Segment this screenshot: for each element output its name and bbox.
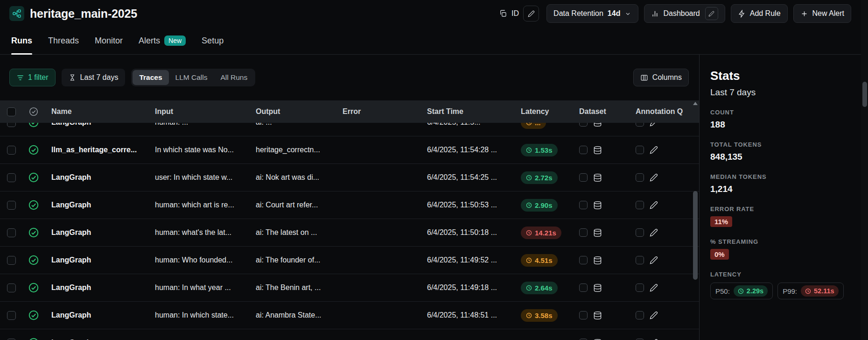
row-checkbox[interactable] [7,173,16,182]
database-icon[interactable] [593,146,602,155]
columns-button[interactable]: Columns [633,69,689,86]
median-tokens-label: MEDIAN TOKENS [710,173,859,180]
annotation-checkbox[interactable] [636,228,644,237]
edit-dashboard-button[interactable] [705,7,718,20]
database-icon[interactable] [593,256,602,265]
dataset-checkbox[interactable] [579,123,588,127]
pencil-icon[interactable] [650,283,658,292]
annotation-checkbox[interactable] [636,201,644,209]
col-header-output[interactable]: Output [249,107,336,116]
pencil-icon[interactable] [650,173,658,182]
tab-threads[interactable]: Threads [48,27,79,54]
filter-button[interactable]: 1 filter [9,69,56,86]
row-checkbox[interactable] [7,339,16,340]
pencil-icon[interactable] [650,201,658,209]
table-row[interactable]: LangGraph [0,329,699,340]
annotation-checkbox[interactable] [636,146,644,154]
row-checkbox[interactable] [7,283,16,292]
tab-setup[interactable]: Setup [202,27,224,54]
window-scrollbar-thumb[interactable] [862,82,867,107]
dataset-checkbox[interactable] [579,201,588,209]
tab-alerts[interactable]: Alerts New [139,27,186,54]
pencil-icon[interactable] [650,256,658,264]
row-checkbox[interactable] [7,123,16,127]
segment-all-runs[interactable]: All Runs [214,70,254,85]
database-icon[interactable] [593,228,602,237]
segment-llm-calls[interactable]: LLM Calls [169,70,214,85]
latency-value: 1.53s [535,146,553,154]
row-checkbox[interactable] [7,256,16,265]
row-checkbox[interactable] [7,311,16,320]
database-icon[interactable] [593,311,602,320]
annotation-checkbox[interactable] [636,256,644,264]
row-name[interactable]: LangGraph [45,123,148,127]
latency-badge: 3.58s [521,309,558,322]
database-icon[interactable] [593,173,602,182]
row-name[interactable]: llm_as_heritage_corre... [45,146,148,154]
row-output: ai: The founder of... [249,256,336,264]
pencil-icon[interactable] [650,311,658,319]
row-name[interactable]: LangGraph [45,311,148,319]
table-row[interactable]: LangGraph user: In which state w... ai: … [0,164,699,191]
time-range-button[interactable]: Last 7 days [62,69,126,86]
annotation-checkbox[interactable] [636,173,644,182]
database-icon[interactable] [593,283,602,292]
annotation-checkbox[interactable] [636,123,644,127]
row-checkbox[interactable] [7,201,16,210]
dataset-checkbox[interactable] [579,146,588,154]
dataset-checkbox[interactable] [579,256,588,264]
col-header-start-time[interactable]: Start Time [420,107,514,116]
col-header-input[interactable]: Input [148,107,249,116]
data-retention-button[interactable]: Data Retention 14d [546,4,638,23]
col-header-dataset[interactable]: Dataset [573,107,629,116]
p99-latency: P99: 52.11s [777,283,843,299]
pencil-icon[interactable] [650,123,658,127]
annotation-checkbox[interactable] [636,311,644,319]
row-checkbox[interactable] [7,228,16,237]
table-row[interactable]: LangGraph human: In which state... ai: A… [0,302,699,329]
table-row[interactable]: LangGraph human: Who founded... ai: The … [0,247,699,274]
database-icon[interactable] [593,201,602,210]
pencil-icon[interactable] [650,146,658,154]
database-icon[interactable] [593,339,602,340]
row-name[interactable]: LangGraph [45,228,148,237]
row-name[interactable]: LangGraph [45,201,148,209]
row-name[interactable]: LangGraph [45,256,148,264]
col-header-name[interactable]: Name [45,107,148,116]
dataset-checkbox[interactable] [579,283,588,292]
table-scrollbar-thumb[interactable] [693,191,698,280]
tab-monitor[interactable]: Monitor [95,27,123,54]
plus-icon [800,10,808,18]
table-body-rows: LangGraph human: ... ai: ... 6/4/2025, 1… [0,123,699,340]
dataset-checkbox[interactable] [579,311,588,319]
pencil-icon[interactable] [650,228,658,237]
table-row[interactable]: llm_as_heritage_corre... In which state … [0,136,699,164]
add-rule-button[interactable]: Add Rule [731,4,788,23]
total-tokens-label: TOTAL TOKENS [710,141,859,148]
scroll-up-arrow[interactable] [693,102,698,105]
col-header-annotation[interactable]: Annotation Q [629,107,699,116]
row-checkbox[interactable] [7,146,16,155]
annotation-checkbox[interactable] [636,283,644,292]
dataset-checkbox[interactable] [579,173,588,182]
edit-id-button[interactable] [523,6,539,21]
select-all-checkbox[interactable] [7,107,16,116]
data-retention-label: Data Retention [553,9,603,18]
success-status-icon [28,227,39,238]
dashboard-button[interactable]: Dashboard [644,4,725,23]
row-name[interactable]: LangGraph [45,173,148,182]
table-row[interactable]: LangGraph human: what's the lat... ai: T… [0,219,699,247]
hourglass-icon [69,74,76,81]
dataset-checkbox[interactable] [579,228,588,237]
segment-traces[interactable]: Traces [133,70,168,85]
row-name[interactable]: LangGraph [45,283,148,292]
tab-runs[interactable]: Runs [11,27,32,54]
table-row[interactable]: LangGraph human: which art is re... ai: … [0,191,699,219]
new-alert-button[interactable]: New Alert [793,4,851,23]
database-icon[interactable] [593,123,602,127]
table-row[interactable]: LangGraph human: ... ai: ... 6/4/2025, 1… [0,123,699,136]
table-row[interactable]: LangGraph human: In what year ... ai: Th… [0,274,699,302]
copy-icon[interactable] [499,9,507,18]
col-header-error[interactable]: Error [336,107,420,116]
col-header-latency[interactable]: Latency [514,107,573,116]
